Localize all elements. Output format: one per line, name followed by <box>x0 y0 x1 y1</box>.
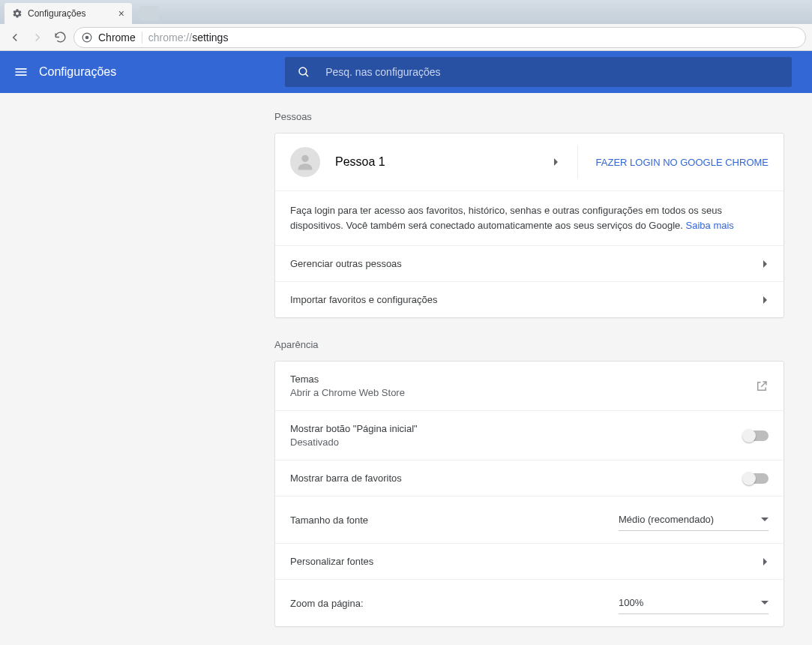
chrome-page-icon <box>82 32 92 43</box>
gear-icon <box>12 8 22 19</box>
themes-row[interactable]: Temas Abrir a Chrome Web Store <box>275 362 784 410</box>
signin-button[interactable]: FAZER LOGIN NO GOOGLE CHROME <box>577 146 769 178</box>
close-icon[interactable]: × <box>118 8 124 20</box>
page-title: Configurações <box>39 65 116 79</box>
page-zoom-value: 100% <box>619 597 643 608</box>
show-home-sublabel: Desativado <box>290 436 418 448</box>
chevron-down-icon <box>761 518 769 522</box>
svg-point-3 <box>301 155 308 162</box>
address-origin: Chrome <box>98 32 142 44</box>
chevron-right-icon <box>763 558 769 566</box>
address-path-dim: chrome:// <box>148 32 192 44</box>
settings-header: Configurações <box>0 51 812 93</box>
address-path: settings <box>192 32 228 44</box>
profile-row[interactable]: Pessoa 1 FAZER LOGIN NO GOOGLE CHROME <box>275 134 784 190</box>
signin-desc-text: Faça login para ter acesso aos favoritos… <box>290 205 722 231</box>
address-bar[interactable]: Chrome chrome:// settings <box>73 27 806 48</box>
chevron-right-icon <box>763 296 769 304</box>
font-size-select[interactable]: Médio (recomendado) <box>619 508 769 531</box>
customize-fonts-row[interactable]: Personalizar fontes <box>275 543 784 579</box>
search-icon <box>297 65 310 79</box>
page-zoom-row[interactable]: Zoom da página: 100% <box>275 579 784 626</box>
section-title-people: Pessoas <box>274 111 784 122</box>
profile-name: Pessoa 1 <box>335 155 553 169</box>
section-title-appearance: Aparência <box>274 339 784 350</box>
show-home-row[interactable]: Mostrar botão "Página inicial" Desativad… <box>275 410 784 460</box>
bookmarks-bar-row[interactable]: Mostrar barra de favoritos <box>275 460 784 496</box>
chevron-down-icon <box>761 601 769 605</box>
browser-tab-strip: Configurações × <box>0 0 812 24</box>
signin-description: Faça login para ter acesso aos favoritos… <box>275 190 784 245</box>
bookmarks-bar-toggle[interactable] <box>743 473 769 484</box>
page-zoom-label: Zoom da página: <box>290 598 364 609</box>
svg-point-1 <box>85 35 89 39</box>
import-label: Importar favoritos e configurações <box>290 294 438 305</box>
customize-fonts-label: Personalizar fontes <box>290 556 373 567</box>
menu-button[interactable] <box>3 54 39 90</box>
learn-more-link[interactable]: Saiba mais <box>686 220 734 231</box>
new-tab-button[interactable] <box>139 6 159 21</box>
open-external-icon <box>755 380 769 393</box>
appearance-card: Temas Abrir a Chrome Web Store Mostrar b… <box>274 361 784 627</box>
chevron-right-icon <box>553 158 559 166</box>
manage-people-row[interactable]: Gerenciar outras pessoas <box>275 245 784 281</box>
svg-point-2 <box>299 68 307 75</box>
import-row[interactable]: Importar favoritos e configurações <box>275 281 784 317</box>
avatar <box>290 147 320 177</box>
browser-tab-title: Configurações <box>28 8 85 19</box>
browser-tab-active[interactable]: Configurações × <box>4 3 132 24</box>
font-size-value: Médio (recomendado) <box>619 514 714 525</box>
settings-search-input[interactable] <box>325 66 780 78</box>
page-zoom-select[interactable]: 100% <box>619 592 769 614</box>
chevron-right-icon <box>763 260 769 268</box>
people-card: Pessoa 1 FAZER LOGIN NO GOOGLE CHROME Fa… <box>274 133 784 318</box>
bookmarks-bar-label: Mostrar barra de favoritos <box>290 472 402 484</box>
back-button[interactable] <box>6 28 24 46</box>
reload-button[interactable] <box>51 28 69 46</box>
themes-sublabel: Abrir a Chrome Web Store <box>290 387 405 398</box>
show-home-label: Mostrar botão "Página inicial" <box>290 423 418 434</box>
show-home-toggle[interactable] <box>743 430 769 441</box>
font-size-label: Tamanho da fonte <box>290 514 368 526</box>
forward-button[interactable] <box>28 28 46 46</box>
font-size-row[interactable]: Tamanho da fonte Médio (recomendado) <box>275 496 784 543</box>
browser-toolbar: Chrome chrome:// settings <box>0 24 812 51</box>
themes-label: Temas <box>290 374 405 385</box>
settings-content: Pessoas Pessoa 1 FAZER LOGIN NO GOOGLE C… <box>274 93 784 645</box>
manage-people-label: Gerenciar outras pessoas <box>290 258 402 269</box>
settings-search[interactable] <box>285 57 792 87</box>
